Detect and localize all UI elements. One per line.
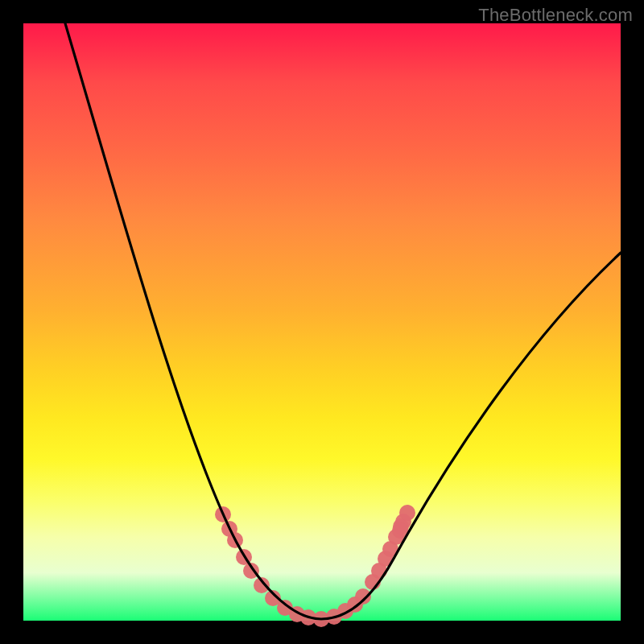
marker-dot [399, 505, 415, 521]
bottleneck-chart [23, 23, 621, 621]
bottleneck-curve [65, 23, 621, 619]
plot-area [23, 23, 621, 621]
watermark-text: TheBottleneck.com [478, 5, 633, 26]
highlight-dots [215, 505, 415, 627]
